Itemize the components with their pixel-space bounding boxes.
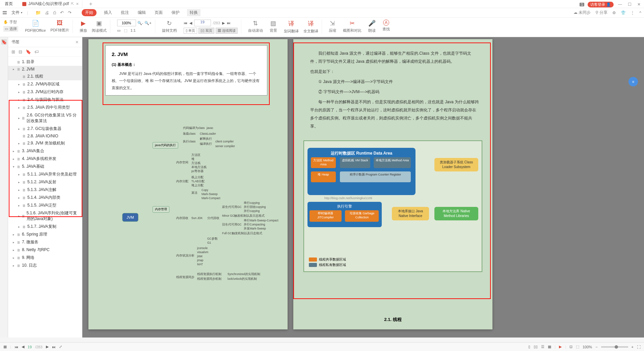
float-action-button[interactable]: ≡: [628, 77, 638, 86]
collapse-ribbon-icon[interactable]: ^: [639, 10, 641, 15]
play-button[interactable]: ▶播放: [80, 20, 87, 33]
more-icon[interactable]: ⋮: [630, 10, 635, 15]
bookmark-item[interactable]: ▸🗎5.1.3. JAVA注解: [8, 186, 82, 194]
bookmark-item[interactable]: 🗎2.1. 线程: [8, 73, 82, 80]
zoom-input[interactable]: [117, 20, 136, 26]
single-page[interactable]: ▯ 单页: [184, 28, 197, 34]
bookmark-item[interactable]: ▸🗎2. JVM: [8, 66, 82, 73]
rotate-button[interactable]: ↻旋转文档: [162, 20, 177, 33]
bookmark-item[interactable]: ▸🗎5.1.1. JAVA异常分类及处理: [8, 170, 82, 178]
zoom-in-icon[interactable]: 🔍+: [144, 21, 151, 25]
menu-edit[interactable]: 编辑: [136, 9, 147, 16]
file-menu[interactable]: 文件 ▾: [11, 10, 22, 16]
bookmark-item[interactable]: ▸🗎2.9. JVM 类加载机制: [8, 139, 82, 147]
sb-thumbnails-icon[interactable]: ▦: [3, 345, 7, 349]
print-icon[interactable]: 🖨: [45, 10, 49, 15]
bookmark-item[interactable]: ▸🗎5.1.7. JAVA复制: [8, 223, 82, 231]
sync-status[interactable]: ☁ 未同步: [573, 10, 591, 16]
skin-icon[interactable]: 👕: [621, 10, 626, 15]
double-page[interactable]: ▯▯ 双页: [198, 28, 214, 34]
find[interactable]: A查找: [382, 20, 390, 32]
sb-fit1-icon[interactable]: ⊡: [569, 345, 572, 349]
sb-next-icon[interactable]: ▶: [46, 345, 49, 349]
sb-view4-icon[interactable]: ▦: [548, 345, 551, 349]
bookmark-item[interactable]: ▸🗎8. Netty 与RPC: [8, 246, 82, 254]
bookmark-item[interactable]: ▸🗎3. JAVA集合: [8, 147, 82, 155]
tab-pin-icon[interactable]: ⇱: [71, 2, 74, 6]
bookmark-panel-icon[interactable]: 🔖: [1, 39, 7, 45]
bookmark-item[interactable]: ▸🗎2.2. JVM内存区域: [8, 80, 82, 88]
pdf-to-image[interactable]: 🖼PDF转图片: [51, 20, 69, 33]
bookmark-item[interactable]: ▾🗎5. JAVA基础: [8, 163, 82, 170]
menu-protect[interactable]: 保护: [170, 9, 181, 16]
sb-last-icon[interactable]: ⏭: [52, 345, 56, 349]
word-translate[interactable]: 译划词翻译: [284, 20, 299, 34]
menu-start[interactable]: 开始: [82, 9, 97, 16]
bookmark-item[interactable]: ▸🗎10. 日志: [8, 262, 82, 269]
bookmark-item[interactable]: ▸🗎2.6. GC分代收集算法 VS 分区收集算法: [8, 111, 82, 125]
gear-icon[interactable]: ⚙: [612, 10, 616, 15]
sb-expand-icon[interactable]: ⤢: [59, 345, 62, 349]
hamburger-icon[interactable]: [3, 11, 7, 14]
undo-icon[interactable]: ↶: [60, 10, 64, 15]
sb-first-icon[interactable]: ⏮: [15, 345, 18, 349]
fit-width-icon[interactable]: ▭: [117, 28, 120, 33]
page-input[interactable]: 19: [194, 20, 211, 26]
bookmark-item[interactable]: ▸🗎9. 网络: [8, 254, 82, 262]
read-mode[interactable]: ▣阅读模式: [92, 20, 107, 33]
login-button[interactable]: 访客登录 👤: [588, 2, 614, 7]
sb-view2-icon[interactable]: ▯▯: [534, 345, 538, 349]
read-aloud[interactable]: 🎤朗读: [368, 20, 376, 33]
pdf-to-office[interactable]: 📄PDF转Office: [25, 20, 46, 33]
bookmark-icon[interactable]: 🏷: [34, 49, 39, 54]
menu-page[interactable]: 页面: [153, 9, 164, 16]
full-translate[interactable]: 译全文翻译: [303, 20, 318, 34]
bookmark-item[interactable]: ▸🗎5.1.4. JAVA内部类: [8, 194, 82, 201]
menu-insert[interactable]: 插入: [103, 9, 113, 16]
bookmark-item[interactable]: ▸🗎5.1.2. JAVA反射: [8, 178, 82, 186]
sb-zoom-slider[interactable]: [601, 346, 628, 348]
bookmark-item[interactable]: ▸🗎2.7. GC垃圾收集器: [8, 125, 82, 133]
share-button[interactable]: ⚲ 分享: [595, 10, 608, 16]
sb-zoom-value[interactable]: 100%: [583, 345, 592, 349]
actual-size-icon[interactable]: 1:1: [131, 28, 136, 33]
auto-scroll[interactable]: ⇅自动滚动: [248, 20, 263, 33]
fit-page-icon[interactable]: ⬚: [124, 28, 127, 33]
background[interactable]: ▨背景: [270, 20, 277, 33]
prev-page-icon[interactable]: ◀: [189, 21, 192, 25]
bookmark-item[interactable]: ▸🗎6. Spring 原理: [8, 231, 82, 238]
next-page-icon[interactable]: ▶: [222, 21, 225, 25]
bookmark-item[interactable]: ▸🗎4. JAVA多线程并发: [8, 155, 82, 163]
add-bookmark-icon[interactable]: 🔖: [26, 49, 31, 54]
notif-badge[interactable]: 1: [580, 3, 584, 6]
bookmark-item[interactable]: ▸🗎2.4. 垃圾回收与算法: [8, 96, 82, 104]
print2-icon[interactable]: ⎙: [53, 10, 56, 15]
menu-annotate[interactable]: 批注: [119, 9, 130, 16]
sb-view1-icon[interactable]: ▯: [528, 345, 530, 349]
sb-zoom-in-icon[interactable]: +: [632, 345, 634, 349]
menu-convert[interactable]: 转换: [187, 9, 200, 16]
minimize-icon[interactable]: —: [617, 1, 623, 7]
bookmark-item[interactable]: ▸🗎7. 微服务: [8, 238, 82, 246]
sb-zoom-out-icon[interactable]: −: [595, 345, 597, 349]
compress[interactable]: ⇲压缩: [329, 20, 336, 33]
close-icon[interactable]: ✕: [76, 2, 79, 6]
sb-prev-icon[interactable]: ◀: [22, 345, 24, 349]
home-tab[interactable]: 首页: [2, 0, 16, 7]
bookmark-item[interactable]: ▸🗎5.1.6. JAVA序列化(创建可复用的Java对象): [8, 209, 82, 223]
sb-fullscreen-icon[interactable]: ⛶: [637, 345, 641, 349]
sb-fit2-icon[interactable]: ⬚: [576, 345, 579, 349]
continuous-read[interactable]: ☰ 连续阅读: [216, 28, 238, 34]
new-tab-button[interactable]: +: [86, 1, 96, 7]
sb-play-icon[interactable]: ▶: [559, 345, 562, 349]
bookmark-item[interactable]: ▸🗎2.5. JAVA 四中引用类型: [8, 104, 82, 111]
open-icon[interactable]: 📁: [35, 10, 41, 15]
select-tool[interactable]: ▭选择: [3, 26, 18, 32]
collapse-all-icon[interactable]: ⊟: [19, 49, 22, 54]
maximize-icon[interactable]: ☐: [626, 1, 633, 7]
sidebar-close-icon[interactable]: ✕: [75, 40, 79, 45]
compare[interactable]: ✂截图和对比: [343, 20, 361, 33]
document-viewport[interactable]: 2. JVM (1) 基本概念： JVM 是可运行 Java 代码的假想计算机，…: [82, 37, 644, 338]
bookmark-item[interactable]: 🗎1. 目录: [8, 58, 82, 66]
document-tab[interactable]: JAVA核心知识整理.pdf ⇱ ✕: [19, 0, 82, 7]
